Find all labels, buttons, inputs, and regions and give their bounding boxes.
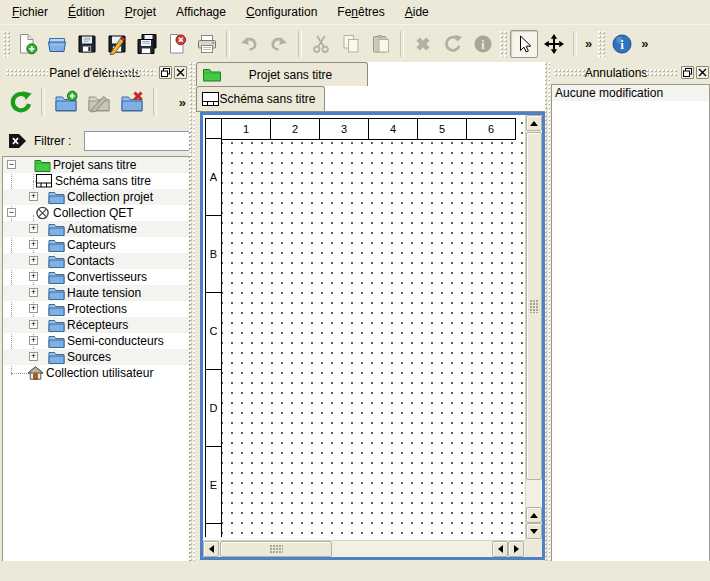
pan-mode-button[interactable] — [540, 30, 568, 58]
about-button[interactable]: i — [608, 30, 636, 58]
collapse-toggle[interactable]: − — [7, 208, 16, 217]
open-project-button[interactable] — [43, 30, 71, 58]
new-project-button[interactable] — [13, 30, 41, 58]
tree-item-collection-projet[interactable]: +Collection projet — [3, 189, 189, 205]
tree-item-contacts[interactable]: +Contacts — [3, 253, 189, 269]
cut-button[interactable] — [307, 30, 335, 58]
thumb-grip — [530, 300, 539, 313]
copy-button[interactable] — [337, 30, 365, 58]
vertical-scrollbar[interactable] — [525, 115, 542, 540]
float-panel-button[interactable] — [159, 66, 172, 79]
menu-item-fenetres[interactable]: Fenêtres — [327, 2, 394, 22]
toolbar-overflow-2[interactable]: » — [637, 36, 652, 51]
filter-input[interactable] — [84, 131, 190, 151]
tree-item-collection-utilisateur[interactable]: Collection utilisateur — [3, 365, 189, 381]
horizontal-scrollbar[interactable] — [203, 540, 525, 557]
toolbar-handle[interactable] — [3, 31, 10, 57]
left-splitter[interactable] — [189, 62, 195, 561]
tree-item-automatisme[interactable]: +Automatisme — [3, 221, 189, 237]
scrollbar-corner — [525, 540, 542, 557]
toolbar-handle[interactable] — [598, 31, 605, 57]
save-button[interactable] — [73, 30, 101, 58]
scroll-up-button-2[interactable] — [526, 507, 542, 523]
tree-item-protections[interactable]: +Protections — [3, 301, 189, 317]
tree-item-convertisseurs[interactable]: +Convertisseurs — [3, 269, 189, 285]
rotate-button[interactable] — [439, 30, 467, 58]
panel-toolbar-overflow[interactable]: » — [175, 95, 190, 110]
menu-item-affichage[interactable]: Affichage — [166, 2, 236, 22]
save-as-button[interactable] — [103, 30, 131, 58]
tab-diagram-label: Schéma sans titre — [219, 92, 324, 106]
tab-project[interactable]: Projet sans titre — [196, 62, 368, 86]
tree-item-haute-tension[interactable]: +Haute tension — [3, 285, 189, 301]
scroll-left-button-2[interactable] — [492, 541, 508, 557]
row-label-e: E — [205, 446, 222, 524]
elements-panel-titlebar[interactable]: Panel d'éléments — [0, 62, 190, 84]
folder-icon — [48, 334, 65, 348]
expand-toggle[interactable]: + — [29, 352, 38, 361]
scroll-down-button[interactable] — [526, 523, 542, 539]
clear-filter-icon[interactable] — [8, 133, 28, 149]
redo-button[interactable] — [265, 30, 293, 58]
horizontal-scroll-thumb[interactable] — [220, 541, 332, 557]
tree-item-collection-qet[interactable]: −Collection QET — [3, 205, 189, 221]
tree-item-recepteurs[interactable]: +Récepteurs — [3, 317, 189, 333]
tree-item-capteurs[interactable]: +Capteurs — [3, 237, 189, 253]
edit-category-button[interactable] — [84, 87, 113, 117]
expand-toggle[interactable]: + — [29, 336, 38, 345]
delete-category-button[interactable] — [118, 87, 147, 117]
properties-button[interactable]: i — [469, 30, 497, 58]
column-label-2: 2 — [270, 118, 320, 140]
tree-item-schema-sans-titre[interactable]: Schéma sans titre — [3, 173, 189, 189]
select-mode-button[interactable] — [510, 30, 538, 58]
menu-item-edition[interactable]: Édition — [58, 2, 115, 22]
toolbar-overflow[interactable]: » — [581, 36, 596, 51]
scroll-right-button[interactable] — [508, 541, 524, 557]
expand-toggle[interactable]: + — [29, 320, 38, 329]
folder-icon — [48, 254, 65, 268]
tab-diagram[interactable]: Schéma sans titre — [196, 86, 325, 111]
dock-grip[interactable] — [106, 69, 156, 77]
vertical-scroll-thumb[interactable] — [526, 132, 542, 480]
expand-toggle[interactable]: + — [29, 288, 38, 297]
scroll-left-button[interactable] — [203, 541, 219, 557]
menu-item-projet[interactable]: Projet — [115, 2, 166, 22]
new-category-button[interactable] — [51, 87, 80, 117]
expand-toggle[interactable]: + — [29, 256, 38, 265]
diagram-view: 123456 ABCDE — [200, 112, 545, 560]
close-file-button[interactable] — [163, 30, 191, 58]
delete-button[interactable] — [409, 30, 437, 58]
undo-panel-titlebar[interactable]: Annulations — [550, 62, 710, 84]
new-file-icon — [16, 33, 38, 55]
expand-toggle[interactable]: + — [29, 304, 38, 313]
menu-item-aide[interactable]: Aide — [395, 2, 439, 22]
undo-button[interactable] — [235, 30, 263, 58]
tree-item-label: Protections — [67, 301, 127, 317]
print-button[interactable] — [193, 30, 221, 58]
scroll-up-button[interactable] — [526, 115, 542, 131]
undo-list-item[interactable]: Aucune modification — [552, 85, 709, 101]
expand-toggle[interactable]: + — [29, 224, 38, 233]
save-all-button[interactable] — [133, 30, 161, 58]
menu-item-configuration[interactable]: Configuration — [236, 2, 327, 22]
tree-item-semi-conducteurs[interactable]: +Semi-conducteurs — [3, 333, 189, 349]
close-panel-button[interactable] — [696, 66, 709, 79]
collapse-toggle[interactable]: − — [7, 160, 16, 169]
dock-grip[interactable] — [646, 69, 678, 77]
project-icon — [202, 67, 222, 82]
close-panel-button[interactable] — [174, 66, 187, 79]
undo-history-list[interactable]: Aucune modification — [551, 84, 710, 562]
float-panel-button[interactable] — [681, 66, 694, 79]
toolbar-handle[interactable] — [500, 31, 507, 57]
column-label-3: 3 — [319, 118, 369, 140]
expand-toggle[interactable]: + — [29, 240, 38, 249]
tree-item-projet-sans-titre[interactable]: −Projet sans titre — [3, 157, 189, 173]
expand-toggle[interactable]: + — [29, 192, 38, 201]
expand-toggle[interactable]: + — [29, 272, 38, 281]
tree-item-sources[interactable]: +Sources — [3, 349, 189, 365]
reload-collections-button[interactable] — [6, 87, 35, 117]
info-gray-icon: i — [472, 33, 494, 55]
paste-button[interactable] — [367, 30, 395, 58]
diagram-canvas[interactable]: 123456 ABCDE — [203, 115, 525, 540]
menu-item-fichier[interactable]: Fichier — [2, 2, 58, 22]
